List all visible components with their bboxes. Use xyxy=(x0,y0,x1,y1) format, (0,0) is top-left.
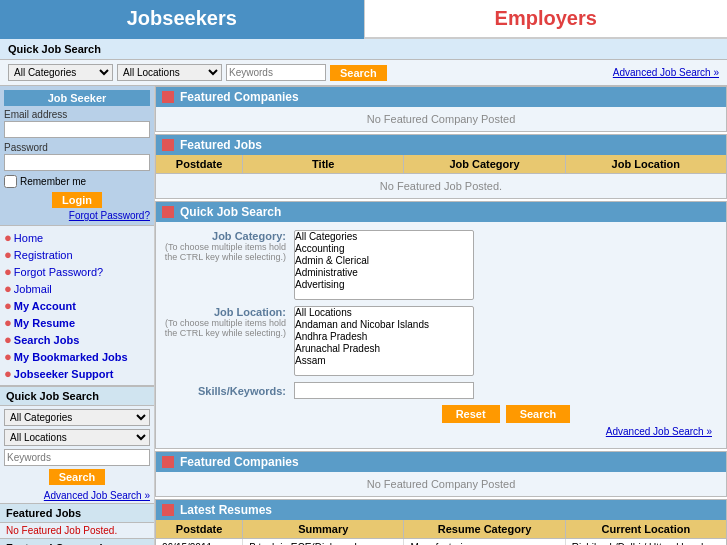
nav-item-search[interactable]: ● Search Jobs xyxy=(0,331,154,348)
featured-companies-section-2: Featured Companies No Featured Company P… xyxy=(155,451,727,497)
nav-label-home: Home xyxy=(14,232,43,244)
qjs-buttons: Reset Search xyxy=(294,405,718,423)
login-button[interactable]: Login xyxy=(52,192,102,208)
nav-bullet-bookmarked: ● xyxy=(4,349,12,364)
nav-menu: ● Home ● Registration ● Forgot Password?… xyxy=(0,226,154,386)
header: Jobseekers Employers xyxy=(0,0,727,39)
top-keywords-input[interactable] xyxy=(226,64,326,81)
top-location-select[interactable]: All Locations xyxy=(117,64,222,81)
sidebar-featured-jobs-content: No Featured Job Posted. xyxy=(0,523,154,538)
featured-companies-icon xyxy=(162,91,174,103)
qjs-skills-label: Skills/Keywords: xyxy=(164,385,294,397)
jobseekers-tab[interactable]: Jobseekers xyxy=(0,0,364,39)
sidebar-advanced-link[interactable]: Advanced Job Search » xyxy=(0,488,154,503)
resume-cell-summary-0: B.tech in ECE(Diploma In Industrial xyxy=(243,539,404,545)
qjs-icon xyxy=(162,206,174,218)
main-layout: Job Seeker Email address Password Rememb… xyxy=(0,86,727,545)
sidebar-quick-search-title: Quick Job Search xyxy=(0,386,154,406)
nav-bullet-forgot: ● xyxy=(4,264,12,279)
sidebar-featured-companies-title: Featured Companies xyxy=(0,538,154,545)
nav-bullet-jobmail: ● xyxy=(4,281,12,296)
featured-jobs-header: Featured Jobs xyxy=(156,135,726,155)
sidebar-keywords-input[interactable] xyxy=(4,449,150,466)
qjs-location-select[interactable]: All Locations Andaman and Nicobar Island… xyxy=(294,306,474,376)
forgot-password-link[interactable]: Forgot Password? xyxy=(4,210,150,221)
resume-cell-postdate-0: 06/15/2011 xyxy=(156,539,243,545)
featured-companies-section: Featured Companies No Featured Company P… xyxy=(155,86,727,132)
qjs-skills-row: Skills/Keywords: xyxy=(164,382,718,399)
qjs-category-select[interactable]: All Categories Accounting Admin & Cleric… xyxy=(294,230,474,300)
qjs-category-row: Job Category: (To choose multiple items … xyxy=(164,230,718,300)
resume-th-postdate: Postdate xyxy=(156,520,243,538)
nav-bullet-account: ● xyxy=(4,298,12,313)
nav-label-bookmarked: My Bookmarked Jobs xyxy=(14,351,128,363)
sidebar-category-select[interactable]: All Categories xyxy=(4,409,150,426)
top-search-button[interactable]: Search xyxy=(330,65,387,81)
resume-table-header: Postdate Summary Resume Category Current… xyxy=(156,520,726,539)
featured-jobs-table-header: Postdate Title Job Category Job Location xyxy=(156,155,726,174)
nav-label-resume: My Resume xyxy=(14,317,75,329)
resume-cell-category-0: ManufacturingQA Quality Control xyxy=(404,539,565,545)
th-title: Title xyxy=(243,155,404,173)
resume-th-location: Current Location xyxy=(566,520,726,538)
nav-item-support[interactable]: ● Jobseeker Support xyxy=(0,365,154,382)
featured-companies-2-icon xyxy=(162,456,174,468)
featured-companies-no-content: No Featured Company Posted xyxy=(156,107,726,131)
featured-companies-2-header: Featured Companies xyxy=(156,452,726,472)
top-search-inputs: All Categories All Locations Search Adva… xyxy=(0,60,727,86)
sidebar-search-button[interactable]: Search xyxy=(49,469,106,485)
remember-row: Remember me xyxy=(4,175,150,188)
nav-bullet-search: ● xyxy=(4,332,12,347)
nav-item-resume[interactable]: ● My Resume xyxy=(0,314,154,331)
email-field[interactable] xyxy=(4,121,150,138)
remember-label: Remember me xyxy=(20,176,86,187)
featured-jobs-section: Featured Jobs Postdate Title Job Categor… xyxy=(155,134,727,199)
latest-resumes-header: Latest Resumes xyxy=(156,500,726,520)
remember-checkbox[interactable] xyxy=(4,175,17,188)
qjs-location-row: Job Location: (To choose multiple items … xyxy=(164,306,718,376)
qjs-content: Job Category: (To choose multiple items … xyxy=(156,222,726,448)
nav-label-search: Search Jobs xyxy=(14,334,79,346)
featured-companies-2-no-content: No Featured Company Posted xyxy=(156,472,726,496)
top-category-select[interactable]: All Categories xyxy=(8,64,113,81)
email-label: Email address xyxy=(4,109,150,120)
qjs-advanced-link[interactable]: Advanced Job Search » xyxy=(164,423,718,440)
employers-tab[interactable]: Employers xyxy=(364,0,728,39)
nav-bullet-resume: ● xyxy=(4,315,12,330)
nav-label-forgot: Forgot Password? xyxy=(14,266,103,278)
latest-resumes-icon xyxy=(162,504,174,516)
password-label: Password xyxy=(4,142,150,153)
nav-item-forgot[interactable]: ● Forgot Password? xyxy=(0,263,154,280)
nav-label-support: Jobseeker Support xyxy=(14,368,114,380)
featured-companies-header: Featured Companies xyxy=(156,87,726,107)
nav-item-registration[interactable]: ● Registration xyxy=(0,246,154,263)
quick-job-search-section: Quick Job Search Job Category: (To choos… xyxy=(155,201,727,449)
nav-bullet-registration: ● xyxy=(4,247,12,262)
nav-label-jobmail: Jobmail xyxy=(14,283,52,295)
sidebar-location-select[interactable]: All Locations xyxy=(4,429,150,446)
jobseeker-box: Job Seeker Email address Password Rememb… xyxy=(0,86,154,226)
top-search-bar: Quick Job Search xyxy=(0,39,727,60)
password-field[interactable] xyxy=(4,154,150,171)
qjs-location-label: Job Location: (To choose multiple items … xyxy=(164,306,294,338)
nav-item-home[interactable]: ● Home xyxy=(0,229,154,246)
qjs-search-button[interactable]: Search xyxy=(506,405,571,423)
resume-th-category: Resume Category xyxy=(404,520,565,538)
featured-jobs-icon xyxy=(162,139,174,151)
resume-row-0: 06/15/2011 B.tech in ECE(Diploma In Indu… xyxy=(156,539,726,545)
quick-search-label-top: Quick Job Search xyxy=(8,43,101,55)
nav-item-bookmarked[interactable]: ● My Bookmarked Jobs xyxy=(0,348,154,365)
nav-item-account[interactable]: ● My Account xyxy=(0,297,154,314)
top-advanced-link[interactable]: Advanced Job Search » xyxy=(613,67,719,78)
resume-th-summary: Summary xyxy=(243,520,404,538)
featured-jobs-no-content: No Featured Job Posted. xyxy=(156,174,726,198)
qjs-category-sub: (To choose multiple items hold the CTRL … xyxy=(164,242,286,262)
nav-item-jobmail[interactable]: ● Jobmail xyxy=(0,280,154,297)
th-job-location: Job Location xyxy=(566,155,726,173)
sidebar: Job Seeker Email address Password Rememb… xyxy=(0,86,155,545)
qjs-reset-button[interactable]: Reset xyxy=(442,405,500,423)
sidebar-featured-jobs-title: Featured Jobs xyxy=(0,503,154,523)
latest-resumes-section: Latest Resumes Postdate Summary Resume C… xyxy=(155,499,727,545)
qjs-skills-input[interactable] xyxy=(294,382,474,399)
quick-job-search-header: Quick Job Search xyxy=(156,202,726,222)
